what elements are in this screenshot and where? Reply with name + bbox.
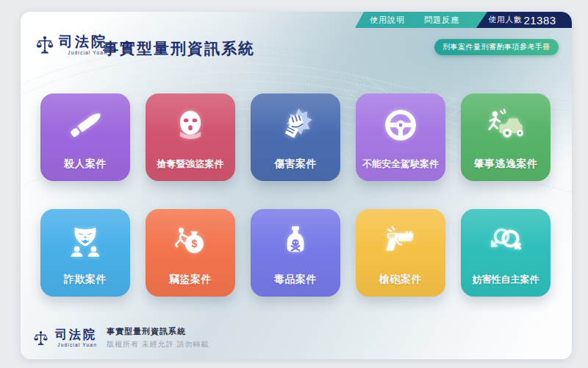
case-card-1[interactable]: 殺人案件 (40, 93, 130, 181)
case-card-2[interactable]: 搶奪暨強盜案件 (146, 93, 235, 181)
case-card-8[interactable]: 毒品案件 (251, 209, 340, 297)
poison-bottle-icon (276, 222, 315, 260)
balaclava-mask-icon (171, 106, 209, 144)
user-count-value: 21383 (523, 14, 556, 26)
case-card-label: 肇事逃逸案件 (474, 158, 538, 171)
feedback-link[interactable]: 問題反應 (424, 15, 459, 26)
user-count-label: 使用人數 (488, 15, 522, 25)
scales-of-justice-icon (35, 34, 54, 56)
case-card-label: 搶奪暨強盜案件 (157, 158, 224, 171)
header-logo: 司法院 Judicial Yuan (35, 34, 107, 56)
steering-wheel-icon (381, 106, 420, 144)
case-card-label: 妨害性自主案件 (473, 273, 539, 286)
gun-icon (381, 222, 420, 260)
fraud-mask-icon (66, 222, 104, 260)
case-card-label: 竊盜案件 (169, 273, 212, 286)
sentencing-manual-button[interactable]: 刑事案件量刑審酌事項參考手冊 (434, 39, 559, 55)
case-category-grid: 殺人案件 搶奪暨強盜案件 傷害案件 不能安全駕駛案件 肇事逃逸案件 詐欺案件 竊… (40, 93, 551, 297)
case-card-label: 殺人案件 (64, 158, 107, 171)
logo-name: 司法院 (59, 35, 107, 49)
fist-icon (276, 106, 315, 144)
case-card-3[interactable]: 傷害案件 (251, 93, 340, 181)
page-title: 事實型量刑資訊系統 (103, 38, 255, 59)
case-card-9[interactable]: 槍砲案件 (356, 209, 445, 297)
case-card-10[interactable]: 妨害性自主案件 (461, 209, 551, 297)
gender-symbols-icon (487, 222, 525, 260)
case-card-label: 毒品案件 (274, 273, 317, 286)
footer-logo-name: 司法院 (55, 329, 97, 341)
usage-guide-link[interactable]: 使用說明 (370, 15, 405, 26)
money-bag-icon (171, 222, 209, 260)
knife-icon (66, 106, 104, 144)
main-panel: 使用說明 問題反應 使用人數 21383 司法院 Judicial Yuan 事… (21, 12, 572, 359)
case-card-6[interactable]: 詐欺案件 (40, 209, 130, 297)
case-card-label: 槍砲案件 (379, 273, 422, 286)
case-card-label: 詐欺案件 (64, 273, 107, 286)
case-card-5[interactable]: 肇事逃逸案件 (461, 93, 551, 181)
case-card-7[interactable]: 竊盜案件 (146, 209, 235, 297)
scales-of-justice-icon (33, 329, 49, 347)
case-card-label: 傷害案件 (274, 158, 317, 171)
case-card-label: 不能安全駕駛案件 (362, 158, 439, 171)
user-count-bar: 使用人數 21383 (473, 12, 572, 28)
hit-and-run-icon (487, 106, 525, 144)
footer-logo-subtitle: Judicial Yuan (55, 342, 97, 347)
footer-system-name: 事實型量刑資訊系統 (107, 326, 209, 337)
logo-subtitle: Judicial Yuan (59, 50, 107, 55)
topbar-links-tab: 使用說明 問題反應 (355, 12, 487, 28)
footer: 司法院 Judicial Yuan 事實型量刑資訊系統 版權所有 未經允許 請勿… (33, 326, 209, 350)
case-card-4[interactable]: 不能安全駕駛案件 (356, 93, 445, 181)
footer-copyright: 版權所有 未經允許 請勿轉載 (107, 339, 209, 350)
